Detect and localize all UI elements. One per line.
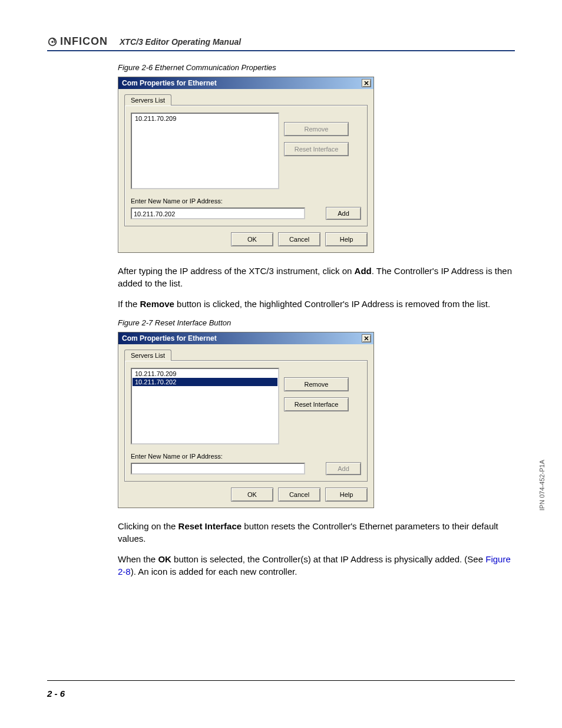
- servers-list-tab[interactable]: Servers List: [124, 94, 171, 106]
- dialog-titlebar[interactable]: Com Properties for Ethernet: [118, 77, 373, 89]
- list-item[interactable]: 10.211.70.209: [133, 114, 277, 123]
- dialog-titlebar[interactable]: Com Properties for Ethernet: [118, 332, 373, 344]
- inficon-logo-icon: [47, 37, 58, 47]
- svg-point-1: [51, 41, 54, 43]
- cancel-button[interactable]: Cancel: [278, 232, 320, 246]
- help-button[interactable]: Help: [325, 232, 368, 246]
- help-button[interactable]: Help: [325, 487, 368, 502]
- footer-rule: [47, 680, 515, 681]
- com-properties-dialog-2: Com Properties for Ethernet Servers List…: [118, 332, 374, 508]
- add-button[interactable]: Add: [326, 462, 361, 475]
- close-button[interactable]: [362, 334, 371, 342]
- figure-2-6-caption: Figure 2-6 Ethernet Communication Proper…: [118, 63, 515, 72]
- paragraph-1: After typing the IP address of the XTC/3…: [118, 265, 515, 289]
- tab-panel: 10.211.70.209 Remove Reset Interface Ent…: [124, 105, 368, 226]
- ip-address-input[interactable]: [131, 463, 305, 475]
- paragraph-3: Clicking on the Reset Interface button r…: [118, 520, 515, 545]
- figure-2-7-caption: Figure 2-7 Reset Interface Button: [118, 318, 515, 327]
- list-item[interactable]: 10.211.70.209: [133, 370, 277, 378]
- reset-interface-button[interactable]: Reset Interface: [284, 397, 349, 411]
- reset-interface-button[interactable]: Reset Interface: [284, 142, 349, 156]
- servers-listbox[interactable]: 10.211.70.209: [131, 113, 279, 189]
- list-item[interactable]: 10.211.70.202: [133, 378, 277, 386]
- ok-button[interactable]: OK: [231, 232, 273, 246]
- com-properties-dialog-1: Com Properties for Ethernet Servers List…: [118, 77, 374, 253]
- ok-button[interactable]: OK: [231, 487, 273, 502]
- ip-input-label: Enter New Name or IP Address:: [131, 453, 361, 460]
- paragraph-2: If the Remove button is clicked, the hig…: [118, 298, 515, 310]
- manual-title: XTC/3 Editor Operating Manual: [120, 37, 241, 48]
- servers-listbox[interactable]: 10.211.70.209 10.211.70.202: [131, 368, 279, 444]
- page-number: 2 - 6: [47, 689, 65, 699]
- logo: INFICON: [47, 35, 108, 48]
- cancel-button[interactable]: Cancel: [278, 487, 320, 502]
- close-button[interactable]: [362, 79, 371, 87]
- remove-button[interactable]: Remove: [284, 377, 349, 391]
- dialog-title: Com Properties for Ethernet: [122, 334, 217, 342]
- tab-panel: 10.211.70.209 10.211.70.202 Remove Reset…: [124, 360, 368, 482]
- document-ipn: IPN 074-452-P1A: [538, 460, 546, 510]
- ip-address-input[interactable]: 10.211.70.202: [131, 207, 305, 219]
- close-icon: [364, 336, 369, 341]
- close-icon: [364, 81, 369, 85]
- logo-text: INFICON: [60, 35, 108, 48]
- add-button[interactable]: Add: [326, 207, 361, 220]
- paragraph-4: When the OK button is selected, the Cont…: [118, 553, 515, 578]
- page-header: INFICON XTC/3 Editor Operating Manual: [47, 35, 515, 51]
- remove-button[interactable]: Remove: [284, 122, 349, 136]
- servers-list-tab[interactable]: Servers List: [124, 350, 171, 361]
- ip-input-label: Enter New Name or IP Address:: [131, 197, 361, 205]
- dialog-title: Com Properties for Ethernet: [122, 79, 217, 87]
